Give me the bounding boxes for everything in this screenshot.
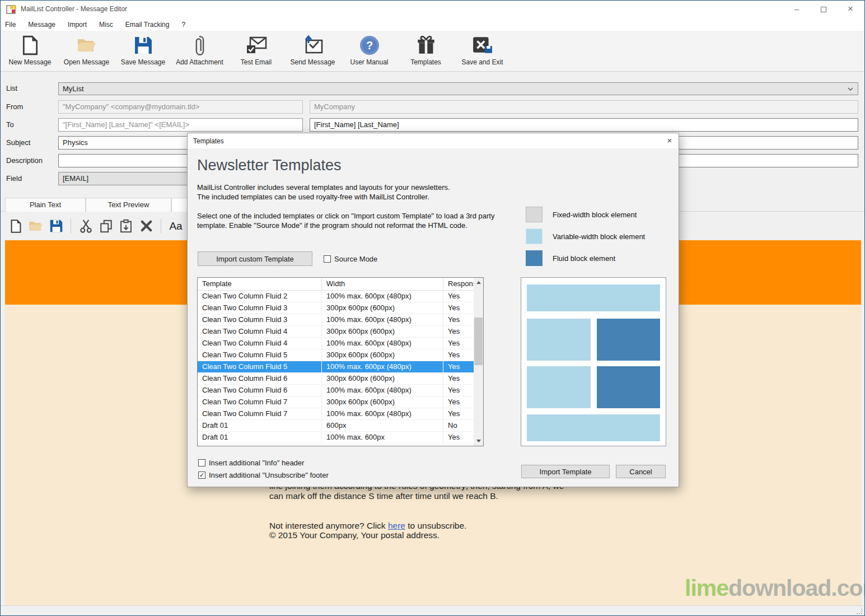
new-message-button[interactable]: New Message <box>2 31 58 71</box>
table-row[interactable]: Draft 01 100% max. 600px Yes <box>198 432 483 444</box>
open-folder-icon <box>77 34 97 57</box>
import-custom-template-button[interactable]: Import custom Template <box>198 251 312 266</box>
envelope-up-arrow-icon <box>302 34 324 57</box>
source-mode-checkbox[interactable]: Source Mode <box>324 255 377 263</box>
scroll-up-icon[interactable] <box>474 278 483 287</box>
table-row[interactable]: Clean Two Column Fluid 2 100% max. 600px… <box>198 291 483 302</box>
table-row[interactable]: Clean Two Column Fluid 4 100% max. 600px… <box>198 338 483 349</box>
resize-grip-icon[interactable] <box>857 609 862 614</box>
table-row[interactable]: Clean Two Column Fluid 7 300px 600px (60… <box>198 396 483 408</box>
menu-message[interactable]: Message <box>22 19 62 30</box>
legend-fixed-width: Fixed-width block element <box>526 207 637 222</box>
gift-box-icon <box>417 34 435 57</box>
open-message-button[interactable]: Open Message <box>58 31 115 71</box>
checkbox-box[interactable] <box>324 255 331 263</box>
copy-icon[interactable] <box>99 218 113 234</box>
font-aa-icon[interactable]: Aa <box>169 218 183 234</box>
cut-scissors-icon[interactable] <box>78 218 93 234</box>
menu-misc[interactable]: Misc <box>93 19 119 30</box>
import-template-button[interactable]: Import Template <box>521 465 610 478</box>
toolbar-separator <box>161 219 161 234</box>
window-title: MailList Controller - Message Editor <box>21 5 127 13</box>
to-address-field[interactable]: "[First_Name] [Last_Name]" <[EMAIL]> <box>58 118 303 132</box>
preview-block-row1-left <box>527 319 591 361</box>
delete-x-icon[interactable] <box>139 218 153 234</box>
table-row[interactable]: Clean Two Column Fluid 5 100% max. 600px… <box>198 361 483 373</box>
floppy-disk-icon[interactable] <box>49 218 63 234</box>
watermark: limedownload.com <box>685 575 865 601</box>
close-button[interactable]: × <box>838 1 863 18</box>
cancel-button[interactable]: Cancel <box>616 465 666 478</box>
svg-text:?: ? <box>366 39 372 52</box>
preview-block-row1-right <box>597 319 660 361</box>
insert-unsubscribe-footer-checkbox[interactable]: Insert additional "Unsubscribe" footer <box>198 471 329 479</box>
field-label: Field <box>6 174 57 183</box>
menu-help[interactable]: ? <box>175 19 191 30</box>
paperclip-icon <box>195 34 205 57</box>
fixed-block-swatch <box>526 207 543 222</box>
list-label: List <box>6 84 57 92</box>
scrollbar-thumb[interactable] <box>474 318 483 365</box>
column-header-responsive[interactable]: Responsive <box>443 278 475 290</box>
toolbar-separator <box>71 219 71 234</box>
legend-fluid: Fluid block element <box>526 250 615 266</box>
templates-button[interactable]: Templates <box>398 31 454 71</box>
tab-text-preview[interactable]: Text Preview <box>86 198 171 212</box>
insert-info-header-checkbox[interactable]: Insert additional "Info" header <box>198 459 304 467</box>
new-message-icon <box>22 34 38 57</box>
table-row[interactable]: Clean Two Column Fluid 3 300px 600px (60… <box>198 302 483 314</box>
test-email-button[interactable]: Test Email <box>228 31 284 71</box>
unsubscribe-link[interactable]: here <box>388 521 405 530</box>
floppy-disk-icon <box>134 34 152 57</box>
to-display-field[interactable]: [First_Name] [Last_Name] <box>310 118 858 132</box>
column-header-width[interactable]: Width <box>322 278 443 290</box>
from-address-field[interactable]: "MyCompany" <company@mydomain.tld> <box>58 100 303 114</box>
chevron-down-icon <box>848 87 853 91</box>
table-row[interactable]: Clean Two Column Fluid 4 300px 600px (60… <box>198 326 483 338</box>
tab-plain-text[interactable]: Plain Text <box>5 198 86 212</box>
table-row[interactable]: Draft 01 600px No <box>198 420 483 432</box>
copyright-text: © 2015 Your Company, Your postal address… <box>269 530 628 540</box>
status-bar <box>1 605 864 616</box>
preview-block-row2-right <box>597 366 660 408</box>
description-label: Description <box>6 156 57 165</box>
subject-label: Subject <box>6 138 57 147</box>
user-manual-button[interactable]: ? User Manual <box>341 31 398 71</box>
variable-block-swatch <box>526 228 543 244</box>
list-scrollbar[interactable] <box>474 278 483 446</box>
table-row[interactable]: Clean Two Column Fluid 3 100% max. 600px… <box>198 314 483 326</box>
save-and-exit-button[interactable]: Save and Exit <box>454 31 511 71</box>
dialog-heading: Newsletter Templates <box>197 157 342 174</box>
table-row[interactable]: Clean Two Column Fluid 6 100% max. 600px… <box>198 385 483 396</box>
template-rows: Clean Two Column Fluid 2 100% max. 600px… <box>198 291 483 444</box>
envelope-check-icon <box>246 34 267 57</box>
save-message-button[interactable]: Save Message <box>115 31 171 71</box>
table-row[interactable]: Clean Two Column Fluid 5 300px 600px (60… <box>198 349 483 361</box>
table-row[interactable]: Clean Two Column Fluid 7 100% max. 600px… <box>198 408 483 420</box>
main-toolbar: New Message Open Message Save Message Ad… <box>1 31 864 72</box>
column-header-template[interactable]: Template <box>198 278 322 290</box>
from-label: From <box>6 102 57 111</box>
dialog-description-2: Select one of the included templates or … <box>197 211 494 230</box>
add-attachment-button[interactable]: Add Attachment <box>171 31 228 71</box>
template-list: Template Width Responsive Clean Two Colu… <box>197 277 484 446</box>
paste-clipboard-icon[interactable] <box>119 218 133 234</box>
minimize-button[interactable]: – <box>784 1 810 18</box>
send-message-button[interactable]: Send Message <box>284 31 341 71</box>
maximize-button[interactable] <box>811 1 836 18</box>
checkbox-box[interactable] <box>198 472 205 479</box>
dialog-close-button[interactable]: × <box>661 136 678 147</box>
open-folder-icon[interactable] <box>29 218 43 234</box>
preview-block-row2-left <box>527 366 591 408</box>
to-label: To <box>6 120 57 129</box>
from-display-field[interactable]: MyCompany <box>310 100 858 114</box>
menu-file[interactable]: File <box>5 19 22 30</box>
dialog-title: Templates <box>193 137 224 145</box>
table-row[interactable]: Clean Two Column Fluid 6 300px 600px (60… <box>198 373 483 385</box>
scroll-down-icon[interactable] <box>474 436 483 446</box>
menu-email-tracking[interactable]: Email Tracking <box>119 19 176 30</box>
list-dropdown[interactable]: MyList <box>58 82 858 95</box>
new-page-icon[interactable] <box>8 218 23 234</box>
checkbox-box[interactable] <box>198 459 205 466</box>
menu-import[interactable]: Import <box>62 19 93 30</box>
